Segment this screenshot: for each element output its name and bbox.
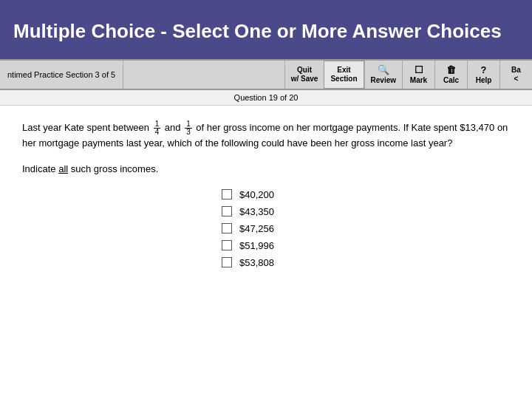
q-text-before: Last year Kate spent between xyxy=(22,122,152,133)
q-text-between: and xyxy=(165,122,183,133)
checkbox-4[interactable] xyxy=(222,240,232,250)
choice-label-2: $43,350 xyxy=(239,206,274,217)
indicate-word: Indicate xyxy=(22,163,58,174)
help-label: Help xyxy=(476,76,492,85)
checkbox-2[interactable] xyxy=(222,206,232,216)
choice-2: $43,350 xyxy=(222,206,310,217)
question-text: Last year Kate spent between 1 4 and 1 3… xyxy=(22,120,510,151)
calc-button[interactable]: 🗑 Calc xyxy=(434,61,467,89)
indicate-all: all xyxy=(58,163,68,174)
question-number: Question 19 of 20 xyxy=(234,93,299,102)
header-banner: Multiple Choice - Select One or More Ans… xyxy=(0,0,532,59)
checkbox-1[interactable] xyxy=(222,189,232,200)
checkbox-3[interactable] xyxy=(222,223,232,233)
toolbar-buttons: Quitw/ Save ExitSection 🔍 Review ☐ Mark … xyxy=(284,61,532,89)
choice-3: $47,256 xyxy=(222,223,310,234)
indicate-rest: such gross incomes. xyxy=(68,163,158,174)
toolbar: ntimed Practice Section 3 of 5 Quitw/ Sa… xyxy=(0,59,532,90)
mark-label: Mark xyxy=(410,76,427,85)
quit-save-button[interactable]: Quitw/ Save xyxy=(284,61,324,89)
choice-label-4: $51,996 xyxy=(239,240,274,251)
choice-5: $53,808 xyxy=(222,257,310,268)
choice-label-3: $47,256 xyxy=(239,223,274,234)
exit-section-button[interactable]: ExitSection xyxy=(324,61,364,89)
main-content: Last year Kate spent between 1 4 and 1 3… xyxy=(0,106,532,283)
toolbar-spacer xyxy=(123,61,284,89)
review-button[interactable]: 🔍 Review xyxy=(364,61,402,89)
back-label: Ba< xyxy=(511,66,521,83)
choice-label-1: $40,200 xyxy=(239,189,274,200)
exit-section-label: ExitSection xyxy=(330,66,357,83)
question-number-row: Question 19 of 20 xyxy=(0,90,532,106)
review-icon: 🔍 xyxy=(378,64,389,76)
choice-4: $51,996 xyxy=(222,240,310,251)
mark-button[interactable]: ☐ Mark xyxy=(402,61,434,89)
back-button[interactable]: Ba< xyxy=(499,61,532,89)
quit-save-label: Quitw/ Save xyxy=(291,66,318,83)
mark-icon: ☐ xyxy=(415,64,423,76)
fraction-1: 1 4 xyxy=(154,120,161,136)
choice-label-5: $53,808 xyxy=(239,257,274,268)
help-button[interactable]: ? Help xyxy=(467,61,499,89)
checkbox-5[interactable] xyxy=(222,257,232,267)
fraction-2: 1 3 xyxy=(185,120,192,136)
calc-label: Calc xyxy=(443,76,459,85)
answer-choices: $40,200 $43,350 $47,256 $51,996 $53,808 xyxy=(22,189,510,268)
calc-icon: 🗑 xyxy=(446,64,456,76)
header-title: Multiple Choice - Select One or More Ans… xyxy=(13,19,502,44)
help-icon: ? xyxy=(481,64,487,76)
choice-1: $40,200 xyxy=(222,189,310,200)
indicate-text: Indicate all such gross incomes. xyxy=(22,163,510,174)
review-label: Review xyxy=(371,76,396,85)
section-label: ntimed Practice Section 3 of 5 xyxy=(0,61,123,89)
